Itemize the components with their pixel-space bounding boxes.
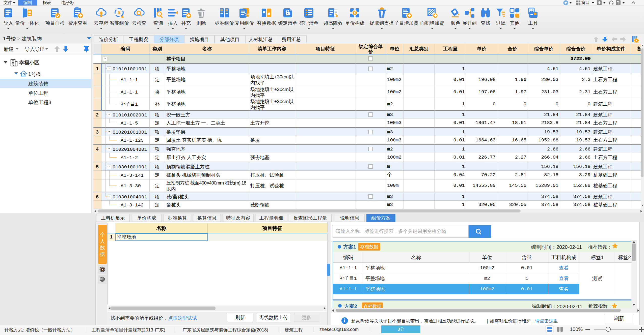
svg-text:¥: ¥ <box>354 11 356 15</box>
svg-text:¥: ¥ <box>118 10 121 15</box>
